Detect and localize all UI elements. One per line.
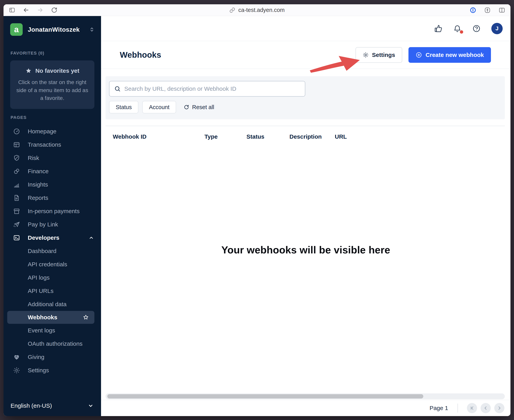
account-switcher-icon	[88, 26, 95, 33]
sidebar-item-label: Finance	[28, 168, 49, 175]
search-box[interactable]	[109, 81, 305, 97]
table-body: Your webhooks will be visible here	[101, 147, 510, 400]
main-content: J Webhooks Settings Create new webhook	[101, 16, 510, 416]
language-selector[interactable]: English (en-US)	[4, 397, 101, 416]
subitem-label: Additional data	[28, 301, 67, 308]
sidebar-item-label: Transactions	[28, 141, 61, 148]
reset-icon	[184, 104, 189, 110]
previous-page-button[interactable]	[481, 403, 491, 413]
insights-icon	[13, 181, 20, 188]
subitem-label: API URLs	[28, 288, 53, 294]
sidebar-item-transactions[interactable]: Transactions	[4, 138, 101, 151]
adyen-logo: a	[10, 23, 23, 36]
sidebar: a JonatanWitoszek FAVORITES (0) No favor…	[4, 16, 101, 416]
sidebar-item-label: Settings	[28, 367, 49, 374]
sidebar-item-finance[interactable]: Finance	[4, 165, 101, 178]
sidebar-item-pay-by-link[interactable]: Pay by Link	[4, 218, 101, 231]
sidebar-item-risk[interactable]: Risk	[4, 151, 101, 165]
sidebar-subitem-api-urls[interactable]: API URLs	[4, 284, 101, 298]
search-input[interactable]	[124, 85, 300, 92]
sidebar-item-developers[interactable]: Developers	[4, 231, 101, 244]
sidebar-subitem-api-credentials[interactable]: API credentials	[4, 258, 101, 271]
link-icon	[229, 7, 235, 13]
page-title: Webhooks	[120, 50, 355, 60]
sidebar-toggle-icon[interactable]	[9, 7, 15, 14]
chevron-up-icon	[88, 235, 94, 241]
subitem-label: Dashboard	[28, 248, 57, 254]
sidebar-item-settings[interactable]: Settings	[4, 364, 101, 377]
browser-window: ca-test.adyen.com a JonatanWitoszek	[4, 4, 510, 416]
onepassword-icon[interactable]	[470, 7, 477, 14]
notification-dot	[460, 30, 463, 34]
subitem-label: API credentials	[28, 261, 67, 268]
address-bar[interactable]: ca-test.adyen.com	[229, 7, 285, 13]
column-header-status: Status	[246, 133, 289, 140]
pay-by-link-icon	[13, 221, 20, 228]
empty-state-message: Your webhooks will be visible here	[101, 147, 510, 256]
sidebar-item-label: Homepage	[28, 128, 57, 135]
sidebar-item-label: Developers	[28, 234, 81, 241]
back-icon[interactable]	[23, 7, 29, 14]
gear-icon	[363, 52, 369, 58]
subitem-label: Webhooks	[28, 314, 57, 321]
column-header-webhook-id: Webhook ID	[113, 133, 205, 140]
status-filter-chip[interactable]: Status	[109, 101, 138, 113]
sidebar-item-insights[interactable]: Insights	[4, 178, 101, 191]
reload-icon[interactable]	[51, 7, 58, 14]
avatar[interactable]: J	[491, 23, 503, 34]
sidebar-item-homepage[interactable]: Homepage	[4, 125, 101, 138]
reset-all-label: Reset all	[192, 104, 214, 111]
sidebar-subitem-api-logs[interactable]: API logs	[4, 271, 101, 284]
favorites-empty-description: Click on the star on the right side of a…	[15, 78, 89, 102]
webhook-settings-button[interactable]: Settings	[355, 47, 402, 63]
star-icon	[25, 68, 32, 74]
account-name: JonatanWitoszek	[28, 26, 83, 33]
sidebar-item-in-person-payments[interactable]: In-person payments	[4, 204, 101, 218]
horizontal-scrollbar	[106, 393, 505, 399]
split-view-icon[interactable]	[498, 7, 505, 14]
url-text: ca-test.adyen.com	[238, 7, 285, 13]
reports-icon	[13, 194, 20, 202]
star-outline-icon[interactable]	[83, 314, 89, 321]
account-switcher[interactable]: a JonatanWitoszek	[10, 23, 95, 36]
settings-button-label: Settings	[372, 52, 395, 58]
forward-icon[interactable]	[37, 7, 44, 14]
sidebar-subitem-dashboard[interactable]: Dashboard	[4, 244, 101, 258]
favorites-section-label: FAVORITES (0)	[11, 51, 94, 56]
chevron-down-icon	[87, 402, 94, 409]
sidebar-item-label: In-person payments	[28, 208, 80, 215]
language-label: English (en-US)	[11, 402, 52, 409]
extensions-icon[interactable]	[484, 7, 491, 14]
giving-icon	[13, 353, 20, 361]
notifications-bell-icon[interactable]	[453, 24, 462, 33]
sidebar-item-reports[interactable]: Reports	[4, 191, 101, 204]
help-icon[interactable]	[472, 24, 481, 33]
app-header: J	[101, 16, 510, 41]
column-header-description: Description	[289, 133, 335, 140]
create-new-webhook-button[interactable]: Create new webhook	[408, 47, 491, 63]
developers-icon	[13, 234, 20, 241]
sidebar-item-label: Insights	[28, 181, 48, 188]
table-header-row: Webhook ID Type Status Description URL	[106, 126, 505, 147]
transactions-icon	[13, 141, 20, 148]
scrollbar-thumb[interactable]	[107, 394, 423, 398]
reset-all-button[interactable]: Reset all	[184, 104, 214, 111]
settings-gear-icon	[13, 367, 20, 374]
thumbs-up-icon[interactable]	[434, 24, 442, 33]
column-header-type: Type	[205, 133, 246, 140]
account-filter-chip[interactable]: Account	[142, 101, 176, 113]
account-chip-label: Account	[149, 104, 169, 111]
sidebar-item-label: Pay by Link	[28, 221, 58, 228]
sidebar-subitem-oauth-authorizations[interactable]: OAuth authorizations	[4, 337, 101, 350]
sidebar-subitem-additional-data[interactable]: Additional data	[4, 298, 101, 311]
next-page-button[interactable]	[494, 403, 504, 413]
sidebar-subitem-event-logs[interactable]: Event logs	[4, 324, 101, 337]
search-icon	[114, 85, 121, 92]
status-chip-label: Status	[116, 104, 132, 111]
browser-toolbar: ca-test.adyen.com	[4, 4, 510, 16]
first-page-button[interactable]	[467, 403, 477, 413]
sidebar-subitem-webhooks[interactable]: Webhooks	[7, 311, 94, 324]
page-number-label: Page 1	[430, 405, 448, 411]
sidebar-item-giving[interactable]: Giving	[4, 350, 101, 364]
sidebar-item-label: Giving	[28, 354, 44, 360]
